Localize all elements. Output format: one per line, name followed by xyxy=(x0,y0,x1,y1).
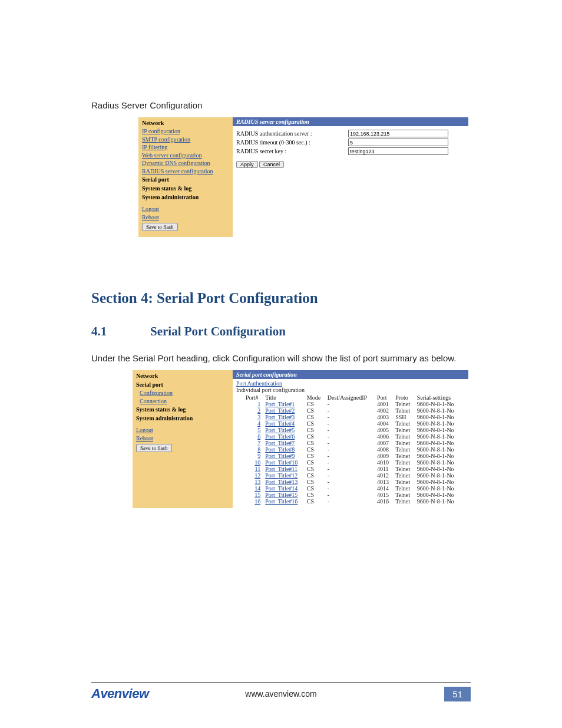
port-port: 4006 xyxy=(375,433,393,440)
port-dest: - xyxy=(325,472,375,479)
col-portnum: Port xyxy=(375,394,393,401)
individual-port-label: Individual port configuration xyxy=(233,387,468,393)
port-dest: - xyxy=(325,453,375,459)
nav2-network-header: Network xyxy=(136,371,229,380)
port-serial: 9600-N-8-1-No xyxy=(415,485,461,492)
port-dest: - xyxy=(325,498,375,505)
auth-server-input[interactable] xyxy=(348,130,448,137)
port-mode: CS xyxy=(305,453,325,459)
port-port: 4002 xyxy=(375,407,393,414)
nav-logout[interactable]: Logout xyxy=(142,205,229,213)
table-row: 3Port_Title#3CS-4003SSH9600-N-8-1-No xyxy=(243,414,461,420)
timeout-label: RADIUS timeout (0-300 sec.) : xyxy=(236,139,348,146)
nav-radius-config[interactable]: RADIUS server configuration xyxy=(142,167,229,176)
port-title-link[interactable]: Port_Title#7 xyxy=(265,440,295,446)
port-serial: 9600-N-8-1-No xyxy=(415,459,461,466)
port-num-link[interactable]: 4 xyxy=(257,420,260,427)
port-dest: - xyxy=(325,440,375,446)
port-proto: Telnet xyxy=(393,453,415,459)
port-num-link[interactable]: 13 xyxy=(254,479,260,485)
timeout-input[interactable] xyxy=(348,139,448,146)
table-row: 15Port_Title#15CS-4015Telnet9600-N-8-1-N… xyxy=(243,492,461,498)
port-num-link[interactable]: 12 xyxy=(254,472,260,479)
port-mode: CS xyxy=(305,446,325,453)
port-title-link[interactable]: Port_Title#2 xyxy=(265,407,295,414)
port-num-link[interactable]: 11 xyxy=(255,466,261,472)
nav-ip-filtering[interactable]: IP filtering xyxy=(142,143,229,151)
port-num-link[interactable]: 6 xyxy=(257,433,260,440)
port-mode: CS xyxy=(305,401,325,407)
port-title-link[interactable]: Port_Title#16 xyxy=(265,498,297,505)
save-to-flash-button-2[interactable]: Save to flash xyxy=(136,444,172,452)
port-title-link[interactable]: Port_Title#14 xyxy=(265,485,297,492)
nav2-status-header: System status & log xyxy=(136,405,229,414)
port-dest: - xyxy=(325,485,375,492)
table-row: 7Port_Title#7CS-4007Telnet9600-N-8-1-No xyxy=(243,440,461,446)
port-title-link[interactable]: Port_Title#10 xyxy=(265,459,297,466)
port-serial: 9600-N-8-1-No xyxy=(415,401,461,407)
port-serial: 9600-N-8-1-No xyxy=(415,492,461,498)
nav2-configuration[interactable]: Configuration xyxy=(136,389,229,397)
nav-reboot[interactable]: Reboot xyxy=(142,213,229,222)
nav-webserver-config[interactable]: Web server configuration xyxy=(142,151,229,160)
port-title-link[interactable]: Port_Title#3 xyxy=(265,414,295,420)
panel2-title: Serial port configuration xyxy=(233,370,468,379)
table-row: 6Port_Title#6CS-4006Telnet9600-N-8-1-No xyxy=(243,433,461,440)
port-num-link[interactable]: 16 xyxy=(254,498,260,505)
port-title-link[interactable]: Port_Title#5 xyxy=(265,427,295,433)
nav2-connection[interactable]: Connection xyxy=(136,397,229,406)
port-title-link[interactable]: Port_Title#9 xyxy=(265,453,295,459)
port-authentication-link[interactable]: Port Authentication xyxy=(233,379,468,387)
nav2-reboot[interactable]: Reboot xyxy=(136,434,229,443)
nav-smtp-config[interactable]: SMTP configuration xyxy=(142,136,229,144)
port-mode: CS xyxy=(305,414,325,420)
port-title-link[interactable]: Port_Title#13 xyxy=(265,479,297,485)
apply-button[interactable]: Apply xyxy=(236,161,258,168)
port-num-link[interactable]: 5 xyxy=(257,427,260,433)
nav-ddns-config[interactable]: Dynamic DNS configuration xyxy=(142,159,229,167)
nav2-logout[interactable]: Logout xyxy=(136,426,229,434)
port-num-link[interactable]: 3 xyxy=(257,414,260,420)
port-num-link[interactable]: 1 xyxy=(257,401,260,407)
port-num-link[interactable]: 10 xyxy=(254,459,260,466)
port-proto: Telnet xyxy=(393,472,415,479)
port-title-link[interactable]: Port_Title#1 xyxy=(265,401,295,407)
col-port: Port# xyxy=(243,394,263,401)
port-port: 4001 xyxy=(375,401,393,407)
nav-status-header: System status & log xyxy=(142,184,229,193)
port-num-link[interactable]: 14 xyxy=(254,485,260,492)
port-dest: - xyxy=(325,414,375,420)
port-mode: CS xyxy=(305,479,325,485)
port-mode: CS xyxy=(305,433,325,440)
port-num-link[interactable]: 15 xyxy=(254,492,260,498)
port-serial: 9600-N-8-1-No xyxy=(415,414,461,420)
nav-ip-config[interactable]: IP configuration xyxy=(142,127,229,136)
port-num-link[interactable]: 2 xyxy=(257,407,260,414)
secret-key-input[interactable] xyxy=(348,147,448,155)
nav-serial-header: Serial port xyxy=(142,175,229,184)
port-title-link[interactable]: Port_Title#15 xyxy=(265,492,297,498)
port-num-link[interactable]: 8 xyxy=(257,446,260,453)
secret-key-label: RADIUS secret key : xyxy=(236,148,348,154)
port-title-link[interactable]: Port_Title#4 xyxy=(265,420,295,427)
port-port: 4013 xyxy=(375,479,393,485)
port-title-link[interactable]: Port_Title#6 xyxy=(265,433,295,440)
port-dest: - xyxy=(325,492,375,498)
col-mode: Mode xyxy=(305,394,325,401)
port-num-link[interactable]: 7 xyxy=(257,440,260,446)
port-title-link[interactable]: Port_Title#12 xyxy=(265,472,297,479)
save-to-flash-button[interactable]: Save to flash xyxy=(142,223,178,231)
port-port: 4003 xyxy=(375,414,393,420)
port-title-link[interactable]: Port_Title#11 xyxy=(265,466,297,472)
port-proto: Telnet xyxy=(393,485,415,492)
port-serial: 9600-N-8-1-No xyxy=(415,479,461,485)
port-num-link[interactable]: 9 xyxy=(257,453,260,459)
port-port: 4009 xyxy=(375,453,393,459)
port-title-link[interactable]: Port_Title#8 xyxy=(265,446,295,453)
nav-admin-header: System administration xyxy=(142,193,229,202)
table-row: 11Port_Title#11CS-4011Telnet9600-N-8-1-N… xyxy=(243,466,461,472)
nav-panel: Network IP configuration SMTP configurat… xyxy=(138,117,233,237)
cancel-button[interactable]: Cancel xyxy=(259,161,284,168)
port-serial: 9600-N-8-1-No xyxy=(415,440,461,446)
port-port: 4005 xyxy=(375,427,393,433)
